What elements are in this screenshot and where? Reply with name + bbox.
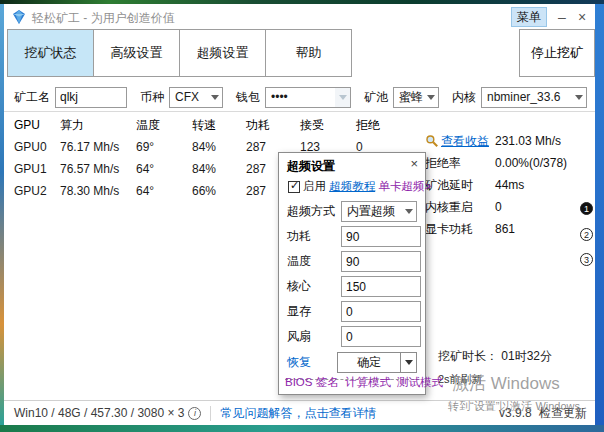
tab-advanced-settings[interactable]: 高级设置	[93, 29, 180, 77]
desktop: 轻松矿工 - 为用户创造价值 菜单 – × 挖矿状态 高级设置 超频设置 帮助 …	[0, 0, 604, 432]
gpu1-hashrate: 76.57 Mh/s	[60, 162, 136, 176]
faq-link[interactable]: 常见问题解答，点击查看详情	[220, 405, 376, 422]
gpu0-temp: 69°	[136, 140, 192, 154]
summary-stats: 查看收益 231.03 Mh/s 拒绝率 0.00%(0/378) 矿池延时 4…	[425, 130, 595, 240]
menu-button[interactable]: 菜单	[511, 7, 547, 27]
fan-speed-row: 风扇	[279, 324, 425, 349]
coin-select-value: CFX	[175, 90, 207, 104]
minimize-icon[interactable]: –	[553, 7, 571, 27]
pool-latency-value: 44ms	[495, 178, 524, 192]
compute-mode-link[interactable]: 计算模式	[345, 376, 391, 388]
gpu2-name: GPU2	[14, 184, 60, 198]
desktop-background-bottom	[0, 425, 604, 432]
magnifier-icon	[425, 134, 439, 148]
reject-rate-row: 拒绝率 0.00%(0/378)	[425, 152, 595, 174]
temp-limit-row: 温度	[279, 249, 425, 274]
pool-select-value: 蜜蜂	[399, 89, 423, 106]
fan-speed-label: 风扇	[287, 328, 341, 345]
gpu0-hashrate: 76.17 Mh/s	[60, 140, 136, 154]
coin-select[interactable]: CFX	[169, 87, 223, 108]
status-divider	[210, 406, 211, 421]
tab-mining-status[interactable]: 挖矿状态	[7, 29, 94, 77]
tab-overclock-settings[interactable]: 超频设置	[179, 29, 266, 77]
dialog-close-icon[interactable]: ×	[410, 156, 418, 171]
version-area: v3.9.8 检查更新	[495, 405, 587, 422]
chevron-down-icon	[571, 88, 586, 107]
dialog-footer-links: BIOS 签名 计算模式 测试模式	[285, 375, 446, 390]
mining-duration-label: 挖矿时长：	[438, 349, 498, 363]
test-mode-link[interactable]: 测试模式	[397, 376, 443, 388]
coin-label: 币种	[140, 89, 164, 106]
fan-col-header: 转速	[192, 117, 246, 134]
gpu0-fan: 84%	[192, 140, 246, 154]
card-marker-1[interactable]: 1	[580, 202, 593, 215]
temp-limit-input[interactable]	[341, 251, 421, 272]
reject-rate-label: 拒绝率	[425, 155, 495, 172]
status-bar: Win10 / 48G / 457.30 / 3080 × 3 i 常见问题解答…	[4, 400, 595, 425]
mem-clock-row: 显存	[279, 299, 425, 324]
gpu2-temp: 64°	[136, 184, 192, 198]
ok-split-button[interactable]: 确定	[337, 352, 417, 373]
overclock-mode-row: 超频方式 内置超频	[279, 199, 425, 224]
card-marker-3[interactable]: 3	[580, 253, 593, 266]
kernel-select-value: nbminer_33.6	[487, 90, 571, 104]
miner-name-input[interactable]	[55, 87, 127, 108]
enable-checkbox[interactable]	[288, 181, 300, 193]
mem-clock-input[interactable]	[341, 301, 421, 322]
kernel-restart-value: 0	[495, 200, 502, 214]
overclock-mode-value: 内置超频	[347, 203, 401, 220]
wallet-select[interactable]: ••••	[265, 87, 351, 108]
dialog-title: 超频设置	[287, 158, 335, 175]
earnings-row: 查看收益 231.03 Mh/s	[425, 130, 595, 152]
wallet-label: 钱包	[236, 89, 260, 106]
info-icon[interactable]: i	[188, 407, 201, 420]
power-limit-row: 功耗	[279, 224, 425, 249]
bios-sign-link[interactable]: BIOS 签名	[285, 376, 339, 388]
gpu-power-label: 显卡功耗	[425, 221, 495, 238]
fan-speed-input[interactable]	[341, 326, 421, 347]
chevron-down-icon	[401, 202, 416, 221]
version-label: v3.9.8	[499, 406, 532, 420]
close-icon[interactable]: ×	[573, 7, 591, 27]
gpu-col-header: GPU	[14, 118, 60, 132]
ok-dropdown-icon[interactable]	[400, 353, 416, 372]
kernel-restart-label: 内核重启	[425, 199, 495, 216]
core-clock-input[interactable]	[341, 276, 421, 297]
power-limit-input[interactable]	[341, 226, 421, 247]
core-clock-label: 核心	[287, 278, 341, 295]
gpu1-fan: 84%	[192, 162, 246, 176]
card-marker-2[interactable]: 2	[580, 228, 593, 241]
check-update-link[interactable]: 检查更新	[539, 406, 587, 420]
desktop-background-right	[595, 4, 604, 425]
gpu-power-value: 861	[495, 222, 515, 236]
system-info: Win10 / 48G / 457.30 / 3080 × 3	[14, 406, 184, 420]
pool-latency-row: 矿池延时 44ms	[425, 174, 595, 196]
kernel-restart-row: 内核重启 0	[425, 196, 595, 218]
kernel-select[interactable]: nbminer_33.6	[481, 87, 587, 108]
wallet-select-value: ••••	[271, 90, 335, 104]
enable-row: 启用 超频教程 单卡超频>	[288, 179, 431, 194]
mem-clock-label: 显存	[287, 303, 341, 320]
overclock-tutorial-link[interactable]: 超频教程	[329, 179, 375, 194]
miner-name-label: 矿工名	[14, 89, 50, 106]
tab-help[interactable]: 帮助	[265, 29, 352, 77]
overclock-mode-select[interactable]: 内置超频	[341, 201, 417, 222]
chevron-down-icon	[335, 88, 350, 107]
single-card-overclock-link[interactable]: 单卡超频>	[378, 179, 431, 194]
app-logo-icon	[11, 9, 27, 25]
restore-link[interactable]: 恢复	[287, 354, 311, 371]
pool-select[interactable]: 蜜蜂	[393, 87, 439, 108]
stop-mining-button[interactable]: 停止挖矿	[519, 29, 595, 77]
accepted-col-header: 接受	[300, 117, 356, 134]
temp-col-header: 温度	[136, 117, 192, 134]
chevron-down-icon	[207, 88, 222, 107]
pool-label: 矿池	[364, 89, 388, 106]
separator	[4, 111, 595, 112]
overclock-dialog: 超频设置 × 启用 超频教程 单卡超频> 超频方式 内置超频 功耗	[278, 152, 426, 395]
chevron-down-icon	[423, 88, 438, 107]
view-earnings-link[interactable]: 查看收益	[441, 133, 489, 150]
ok-button[interactable]: 确定	[338, 353, 400, 372]
pool-latency-label: 矿池延时	[425, 177, 495, 194]
app-window: 轻松矿工 - 为用户创造价值 菜单 – × 挖矿状态 高级设置 超频设置 帮助 …	[4, 4, 595, 425]
dialog-actions: 恢复 确定	[279, 349, 425, 376]
